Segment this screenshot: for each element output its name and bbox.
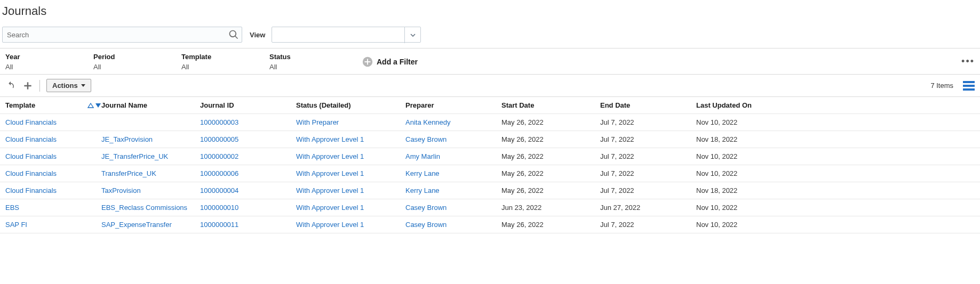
cell-start-date: May 26, 2022 bbox=[501, 135, 600, 143]
table-row: EBSEBS_Reclass Commissions1000000010With… bbox=[0, 199, 980, 216]
actions-button[interactable]: Actions bbox=[46, 79, 91, 92]
cell-last-updated: Nov 18, 2022 bbox=[696, 135, 975, 143]
cell-end-date: Jul 7, 2022 bbox=[600, 169, 696, 177]
cell-preparer[interactable]: Kerry Lane bbox=[405, 169, 501, 177]
column-header-start-date[interactable]: Start Date bbox=[501, 101, 600, 109]
cell-journal-id[interactable]: 1000000010 bbox=[200, 204, 296, 212]
add-filter-button[interactable]: Add a Filter bbox=[362, 56, 418, 68]
cell-status[interactable]: With Approver Level 1 bbox=[296, 204, 405, 212]
cell-end-date: Jul 7, 2022 bbox=[600, 118, 696, 126]
cell-last-updated: Nov 10, 2022 bbox=[696, 118, 975, 126]
cell-status[interactable]: With Approver Level 1 bbox=[296, 152, 405, 160]
table-body: Cloud Financials1000000003With PreparerA… bbox=[0, 114, 980, 233]
column-header-last-updated[interactable]: Last Updated On bbox=[696, 101, 975, 109]
refresh-button[interactable] bbox=[5, 80, 16, 91]
cell-last-updated: Nov 10, 2022 bbox=[696, 221, 975, 229]
cell-journal-name[interactable]: EBS_Reclass Commissions bbox=[101, 204, 200, 212]
cell-template[interactable]: EBS bbox=[5, 204, 101, 212]
cell-last-updated: Nov 10, 2022 bbox=[696, 204, 975, 212]
cell-end-date: Jul 7, 2022 bbox=[600, 221, 696, 229]
cell-end-date: Jul 7, 2022 bbox=[600, 135, 696, 143]
cell-template[interactable]: Cloud Financials bbox=[5, 152, 101, 160]
filter-status[interactable]: Status All bbox=[269, 52, 357, 72]
cell-journal-id[interactable]: 1000000002 bbox=[200, 152, 296, 160]
plus-circle-icon bbox=[362, 56, 373, 68]
search-icon bbox=[228, 29, 239, 40]
search-wrapper bbox=[2, 27, 242, 43]
cell-status[interactable]: With Approver Level 1 bbox=[296, 186, 405, 194]
view-label: View bbox=[250, 31, 265, 39]
cell-journal-name[interactable]: JE_TransferPrice_UK bbox=[101, 152, 200, 160]
table-header-row: Template Journal Name Journal ID Status … bbox=[0, 97, 980, 114]
cell-preparer[interactable]: Amy Marlin bbox=[405, 152, 501, 160]
column-header-end-date[interactable]: End Date bbox=[600, 101, 696, 109]
svg-marker-6 bbox=[95, 103, 101, 108]
toolbar-separator bbox=[39, 80, 40, 92]
cell-journal-name[interactable]: JE_TaxProvision bbox=[101, 135, 200, 143]
table-row: Cloud FinancialsJE_TaxProvision100000000… bbox=[0, 131, 980, 148]
sort-icons[interactable] bbox=[87, 103, 101, 108]
filter-value: All bbox=[5, 63, 93, 71]
cell-start-date: May 26, 2022 bbox=[501, 118, 600, 126]
svg-rect-2 bbox=[365, 61, 371, 62]
cell-status[interactable]: With Approver Level 1 bbox=[296, 169, 405, 177]
data-table: Template Journal Name Journal ID Status … bbox=[0, 97, 980, 233]
view-select-dropdown-button[interactable] bbox=[404, 27, 420, 43]
sort-asc-icon bbox=[87, 103, 94, 108]
cell-journal-name[interactable]: SAP_ExpenseTransfer bbox=[101, 221, 200, 229]
list-view-icon[interactable] bbox=[963, 81, 975, 91]
column-header-template[interactable]: Template bbox=[5, 101, 101, 109]
column-header-journal-name[interactable]: Journal Name bbox=[101, 101, 200, 109]
cell-status[interactable]: With Approver Level 1 bbox=[296, 135, 405, 143]
filter-year[interactable]: Year All bbox=[5, 52, 93, 72]
cell-status[interactable]: With Preparer bbox=[296, 118, 405, 126]
cell-last-updated: Nov 10, 2022 bbox=[696, 169, 975, 177]
more-options-icon[interactable]: ••• bbox=[961, 56, 975, 67]
search-row: View bbox=[0, 23, 980, 48]
add-button[interactable] bbox=[22, 80, 33, 91]
table-row: Cloud FinancialsTransferPrice_UK10000000… bbox=[0, 165, 980, 182]
plus-icon bbox=[22, 80, 33, 91]
table-row: Cloud FinancialsTaxProvision1000000004Wi… bbox=[0, 182, 980, 199]
cell-template[interactable]: Cloud Financials bbox=[5, 186, 101, 194]
cell-journal-id[interactable]: 1000000006 bbox=[200, 169, 296, 177]
page-title: Journals bbox=[0, 0, 980, 23]
filter-label: Period bbox=[93, 53, 181, 61]
cell-template[interactable]: SAP FI bbox=[5, 221, 101, 229]
svg-marker-5 bbox=[88, 103, 93, 108]
cell-preparer[interactable]: Casey Brown bbox=[405, 135, 501, 143]
cell-end-date: Jun 27, 2022 bbox=[600, 204, 696, 212]
table-row: Cloud FinancialsJE_TransferPrice_UK10000… bbox=[0, 148, 980, 165]
cell-template[interactable]: Cloud Financials bbox=[5, 135, 101, 143]
cell-start-date: May 26, 2022 bbox=[501, 186, 600, 194]
cell-template[interactable]: Cloud Financials bbox=[5, 169, 101, 177]
toolbar-right: 7 Items bbox=[930, 81, 975, 91]
cell-journal-id[interactable]: 1000000004 bbox=[200, 186, 296, 194]
filter-label: Year bbox=[5, 53, 93, 61]
filter-value: All bbox=[93, 63, 181, 71]
cell-preparer[interactable]: Kerry Lane bbox=[405, 186, 501, 194]
cell-journal-id[interactable]: 1000000005 bbox=[200, 135, 296, 143]
column-header-journal-id[interactable]: Journal ID bbox=[200, 101, 296, 109]
filter-period[interactable]: Period All bbox=[93, 52, 181, 72]
svg-rect-4 bbox=[24, 85, 31, 86]
filter-label: Status bbox=[269, 53, 357, 61]
column-header-status[interactable]: Status (Detailed) bbox=[296, 101, 405, 109]
cell-preparer[interactable]: Casey Brown bbox=[405, 204, 501, 212]
cell-status[interactable]: With Approver Level 1 bbox=[296, 221, 405, 229]
cell-template[interactable]: Cloud Financials bbox=[5, 118, 101, 126]
filter-template[interactable]: Template All bbox=[181, 52, 269, 72]
cell-journal-name[interactable]: TaxProvision bbox=[101, 186, 200, 194]
cell-preparer[interactable]: Anita Kennedy bbox=[405, 118, 501, 126]
column-header-preparer[interactable]: Preparer bbox=[405, 101, 501, 109]
cell-journal-name[interactable]: TransferPrice_UK bbox=[101, 169, 200, 177]
cell-journal-id[interactable]: 1000000011 bbox=[200, 221, 296, 229]
search-input[interactable] bbox=[2, 27, 242, 43]
filter-bar: Year All Period All Template All Status … bbox=[0, 48, 980, 75]
cell-start-date: May 26, 2022 bbox=[501, 152, 600, 160]
cell-journal-id[interactable]: 1000000003 bbox=[200, 118, 296, 126]
table-row: SAP FISAP_ExpenseTransfer1000000011With … bbox=[0, 216, 980, 233]
view-select[interactable] bbox=[272, 27, 421, 43]
cell-preparer[interactable]: Casey Brown bbox=[405, 221, 501, 229]
cell-start-date: May 26, 2022 bbox=[501, 221, 600, 229]
